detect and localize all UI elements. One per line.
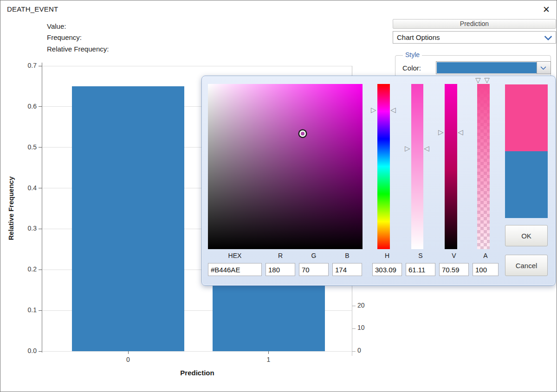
death-event-chart-window: DEATH_EVENT ✕ Value: Frequency: Relative… bbox=[0, 0, 557, 392]
x-axis-tick-label: 1 bbox=[259, 356, 278, 363]
y-axis-tick-label: 0.5 bbox=[13, 143, 37, 151]
y-axis-tick-label: 0.4 bbox=[13, 184, 37, 192]
s-input[interactable] bbox=[406, 263, 435, 276]
x-axis-tick bbox=[128, 351, 129, 354]
h-input[interactable] bbox=[372, 263, 402, 276]
b-field-label: B bbox=[332, 252, 362, 259]
selected-color-swatch bbox=[437, 62, 537, 73]
bar-category-0[interactable] bbox=[72, 86, 184, 351]
r-field-label: R bbox=[266, 252, 295, 259]
v-field-label: V bbox=[439, 252, 469, 259]
right-axis-tick bbox=[352, 328, 356, 329]
y-axis-line bbox=[42, 63, 42, 353]
hex-input[interactable] bbox=[208, 263, 262, 276]
chevron-down-icon bbox=[540, 64, 546, 70]
right-axis-tick bbox=[352, 306, 356, 306]
chevron-down-icon bbox=[544, 33, 552, 41]
a-input[interactable] bbox=[473, 263, 499, 276]
x-axis-tick-label: 0 bbox=[119, 356, 137, 363]
color-picker-dialog: OK Cancel HEXRGBHSVA ▷◁▷◁▷◁▷◁ bbox=[201, 76, 556, 286]
chart-options-dropdown[interactable]: Chart Options bbox=[393, 31, 556, 44]
x-axis-tick bbox=[268, 351, 269, 354]
right-axis-tick-label: 10 bbox=[357, 324, 365, 331]
v-input[interactable] bbox=[439, 263, 469, 276]
color-label: Color: bbox=[402, 64, 421, 72]
color-value-fields: HEXRGBHSVA bbox=[202, 76, 555, 285]
g-input[interactable] bbox=[299, 263, 329, 276]
y-axis-tick-label: 0.7 bbox=[13, 62, 37, 69]
color-dropdown[interactable] bbox=[436, 61, 551, 74]
right-axis-tick-label: 0 bbox=[357, 347, 361, 354]
a-field-label: A bbox=[473, 252, 499, 259]
gridline bbox=[42, 66, 352, 66]
color-dropdown-button[interactable] bbox=[537, 62, 551, 74]
hex-field-label: HEX bbox=[208, 252, 262, 259]
r-input[interactable] bbox=[266, 263, 295, 276]
chart-options-selected-value: Chart Options bbox=[397, 32, 440, 43]
y-axis-tick-label: 0.2 bbox=[13, 265, 37, 273]
h-field-label: H bbox=[372, 252, 402, 259]
y-axis-tick-label: 0.1 bbox=[13, 306, 37, 314]
x-axis-title: Prediction bbox=[180, 369, 214, 377]
right-axis-tick-label: 20 bbox=[357, 302, 365, 309]
y-axis-tick-label: 0.3 bbox=[13, 225, 37, 232]
right-axis-tick bbox=[352, 351, 356, 352]
b-input[interactable] bbox=[332, 263, 362, 276]
g-field-label: G bbox=[299, 252, 329, 259]
style-group-legend: Style bbox=[403, 51, 422, 58]
y-axis-tick-label: 0.6 bbox=[13, 103, 37, 110]
s-field-label: S bbox=[406, 252, 435, 259]
y-axis-tick-label: 0.0 bbox=[13, 347, 37, 354]
prediction-column-button[interactable]: Prediction bbox=[393, 19, 556, 29]
